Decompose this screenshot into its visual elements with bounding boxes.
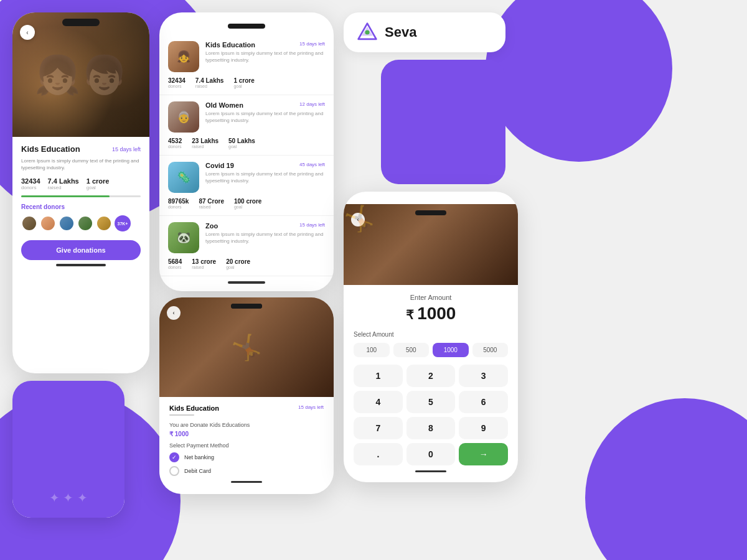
payment-option-netbanking[interactable]: Net banking <box>169 452 324 462</box>
donation-back-button[interactable]: ‹ <box>167 306 181 320</box>
thumb-women: 👵 <box>168 101 199 133</box>
detail-description: Lorem Ipsum is simply dummy text of the … <box>21 157 141 171</box>
list-item-2-days: 12 days left <box>299 101 325 107</box>
amount-home-indicator <box>415 470 446 472</box>
payment-label: Select Payment Method <box>169 442 324 449</box>
chip-100[interactable]: 100 <box>354 343 390 357</box>
list-phone-notch <box>228 24 265 29</box>
detail-days-left: 15 days left <box>112 146 141 152</box>
amount-phone-notch <box>415 210 446 215</box>
purple-decoration-card <box>381 60 505 184</box>
payment-option-debit[interactable]: Debit Card <box>169 466 324 476</box>
donation-content: Kids Education 15 days left You are Dona… <box>159 397 334 494</box>
seva-logo-icon <box>356 21 378 44</box>
numpad: 1 2 3 4 5 6 7 8 9 . 0 → <box>354 365 508 465</box>
list-item-1-info: Kids Education 15 days left Lorem Ipsum … <box>205 41 325 72</box>
seva-title: Seva <box>385 24 416 40</box>
enter-amount-label: Enter Amount <box>354 294 508 301</box>
list-item-3-desc: Lorem Ipsum is simply dummy text of the … <box>205 171 325 185</box>
column-3: Seva ‹ 🤸 Enter Amount ₹ 1000 Select Amou… <box>344 12 518 548</box>
stats-row: 32434 donors 7.4 Lakhs raised 1 crore go… <box>21 177 141 190</box>
donation-home-indicator <box>231 481 262 483</box>
phone-detail-mockup: ‹ 👧🏽👦🏽 Kids Education 15 days left Lorem… <box>12 12 149 373</box>
donate-button[interactable]: Give donations <box>21 240 141 260</box>
stat-donors: 32434 donors <box>21 177 40 190</box>
list-item-women[interactable]: 👵 Old Women 12 days left Lorem Ipsum is … <box>159 95 334 156</box>
netbanking-label: Net banking <box>184 454 214 460</box>
donation-amount: ₹ 1000 <box>169 431 324 437</box>
more-donors-count: 37K+ <box>115 215 131 231</box>
select-amount-label: Select Amount <box>354 331 508 338</box>
list-item-4-days: 15 days left <box>299 222 325 228</box>
donor-avatar-2 <box>40 215 56 231</box>
home-indicator <box>56 264 106 266</box>
chip-5000[interactable]: 5000 <box>472 343 509 357</box>
phone-small-mockup: ✦ ✦ ✦ <box>12 381 125 518</box>
thumb-covid: 🦠 <box>168 162 199 193</box>
amount-display: ₹ 1000 <box>354 304 508 324</box>
phone-donation-mockup: ‹ 🤸 Kids Education 15 days left You are … <box>159 297 334 494</box>
list-item-1-desc: Lorem Ipsum is simply dummy text of the … <box>205 50 325 64</box>
list-item-3-title: Covid 19 <box>205 162 234 169</box>
detail-hero-image: ‹ 👧🏽👦🏽 <box>12 12 149 137</box>
chip-1000[interactable]: 1000 <box>433 343 469 357</box>
donation-hero-image: ‹ 🤸 <box>159 297 334 397</box>
key-6[interactable]: 6 <box>459 391 508 413</box>
donation-days: 15 days left <box>298 404 324 412</box>
list-item-kids[interactable]: 👧 Kids Education 15 days left Lorem Ipsu… <box>159 35 334 95</box>
key-1[interactable]: 1 <box>354 365 403 387</box>
svg-point-2 <box>365 30 369 34</box>
list-item-2-info: Old Women 12 days left Lorem Ipsum is si… <box>205 101 325 133</box>
donors-row: 37K+ <box>21 215 141 231</box>
list-item-zoo[interactable]: 🐼 Zoo 15 days left Lorem Ipsum is simply… <box>159 216 334 276</box>
amount-chips: 100 500 1000 5000 <box>354 343 508 357</box>
title-divider <box>169 414 194 416</box>
key-4[interactable]: 4 <box>354 391 403 413</box>
key-go[interactable]: → <box>459 443 508 465</box>
detail-content: Kids Education 15 days left Lorem Ipsum … <box>12 137 149 278</box>
list-item-1-days: 15 days left <box>299 41 325 47</box>
seva-brand-row: Seva <box>344 12 518 52</box>
key-8[interactable]: 8 <box>406 417 456 439</box>
donor-avatar-1 <box>21 215 37 231</box>
phone-list-mockup: 👧 Kids Education 15 days left Lorem Ipsu… <box>159 12 334 291</box>
thumb-zoo: 🐼 <box>168 222 199 253</box>
list-item-3-info: Covid 19 45 days left Lorem Ipsum is sim… <box>205 162 325 193</box>
recent-donors-label: Recent donors <box>21 203 141 210</box>
list-item-2-title: Old Women <box>205 101 243 109</box>
progress-fill <box>21 195 110 197</box>
list-item-4-info: Zoo 15 days left Lorem Ipsum is simply d… <box>205 222 325 253</box>
thumb-kids: 👧 <box>168 41 199 72</box>
key-2[interactable]: 2 <box>406 365 456 387</box>
list-item-3-days: 45 days left <box>299 162 325 167</box>
list-item-1-title: Kids Education <box>205 41 255 49</box>
column-1: ‹ 👧🏽👦🏽 Kids Education 15 days left Lorem… <box>12 12 149 548</box>
donor-avatar-3 <box>59 215 75 231</box>
donation-title: Kids Education <box>169 404 219 412</box>
amount-value: 1000 <box>417 304 456 323</box>
purple-card-area <box>344 60 518 184</box>
seva-brand: Seva <box>344 12 505 52</box>
list-item-4-desc: Lorem Ipsum is simply dummy text of the … <box>205 231 325 245</box>
donation-subtitle: You are Donate Kids Educations <box>169 422 324 428</box>
list-item-covid[interactable]: 🦠 Covid 19 45 days left Lorem Ipsum is s… <box>159 156 334 216</box>
key-3[interactable]: 3 <box>459 365 508 387</box>
debit-label: Debit Card <box>184 468 211 474</box>
stat-goal: 1 crore goal <box>87 177 110 190</box>
list-item-4-title: Zoo <box>205 222 218 230</box>
list-item-2-desc: Lorem Ipsum is simply dummy text of the … <box>205 111 325 124</box>
rupee-symbol: ₹ <box>406 308 418 322</box>
list-phone-home-indicator <box>228 281 265 284</box>
donor-avatar-4 <box>77 215 93 231</box>
chip-500[interactable]: 500 <box>393 343 430 357</box>
radio-unchecked-icon <box>169 466 179 476</box>
key-dot[interactable]: . <box>354 443 403 465</box>
stat-raised: 7.4 Lakhs raised <box>48 177 79 190</box>
key-0[interactable]: 0 <box>406 443 456 465</box>
phone-amount-mockup: ‹ 🤸 Enter Amount ₹ 1000 Select Amount 10… <box>344 192 518 482</box>
key-9[interactable]: 9 <box>459 417 508 439</box>
column-2: 👧 Kids Education 15 days left Lorem Ipsu… <box>159 12 334 548</box>
key-7[interactable]: 7 <box>354 417 403 439</box>
key-5[interactable]: 5 <box>406 391 456 413</box>
back-button[interactable]: ‹ <box>20 25 35 40</box>
